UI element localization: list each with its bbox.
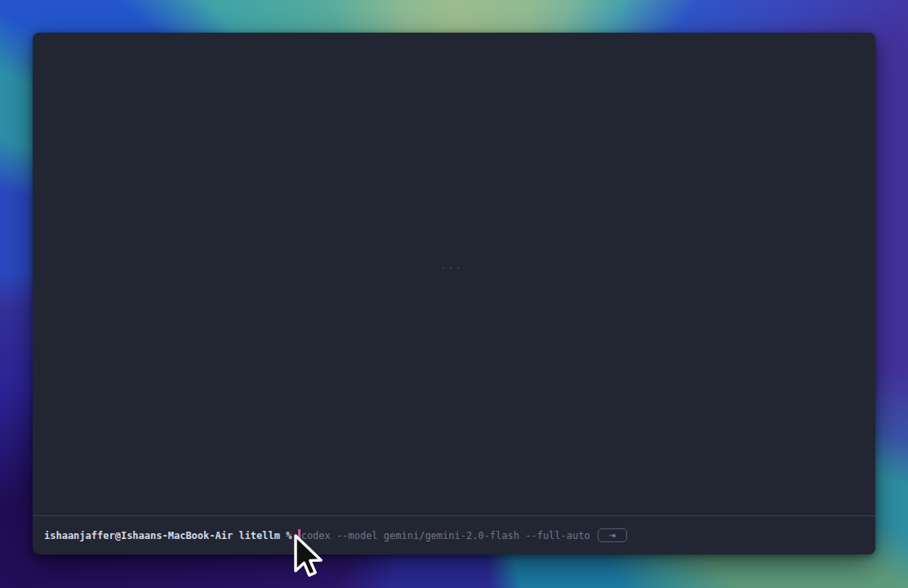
desktop-wallpaper: ... ishaanjaffer@Ishaans-MacBook-Air lit… xyxy=(0,0,908,588)
shell-prompt: ishaanjaffer@Ishaans-MacBook-Air litellm… xyxy=(44,529,292,542)
prompt-spacer xyxy=(292,529,297,542)
tab-accept-hint[interactable]: ⇥ xyxy=(598,528,627,542)
command-autosuggestion: codex --model gemini/gemini-2.0-flash --… xyxy=(301,529,590,542)
text-caret xyxy=(298,529,300,541)
terminal-output-area[interactable]: ... xyxy=(33,33,875,515)
loading-ellipsis: ... xyxy=(440,260,463,271)
tab-key-icon: ⇥ xyxy=(608,532,615,540)
terminal-window: ... ishaanjaffer@Ishaans-MacBook-Air lit… xyxy=(33,33,875,555)
command-input-row[interactable]: ishaanjaffer@Ishaans-MacBook-Air litellm… xyxy=(44,516,867,555)
